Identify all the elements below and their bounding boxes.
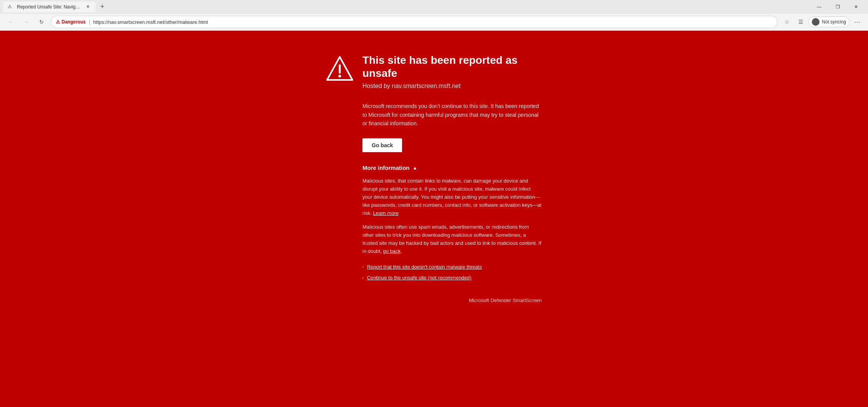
more-info-toggle[interactable]: More information ▲ <box>362 164 542 171</box>
tab-close-button[interactable]: ✕ <box>85 4 91 10</box>
more-info-chevron-icon: ▲ <box>413 165 417 171</box>
report-link[interactable]: Report that this site doesn't contain ma… <box>367 263 482 271</box>
go-back-inline-link[interactable]: go back <box>383 248 401 254</box>
new-tab-button[interactable]: + <box>97 2 108 12</box>
warning-header: This site has been reported as unsafe Ho… <box>326 54 542 90</box>
tab-title: Reported Unsafe Site: Navigati... <box>17 4 82 10</box>
tab-bar: ⚠ Reported Unsafe Site: Navigati... ✕ + … <box>0 0 868 14</box>
collections-button[interactable]: ☰ <box>795 16 807 28</box>
warning-text-block: This site has been reported as unsafe Ho… <box>362 54 542 90</box>
learn-more-link[interactable]: Learn more <box>373 210 398 216</box>
window-controls: — ❐ ✕ <box>810 2 865 12</box>
active-tab[interactable]: ⚠ Reported Unsafe Site: Navigati... ✕ <box>3 2 95 12</box>
profile-avatar <box>812 18 820 26</box>
refresh-button[interactable]: ↻ <box>35 16 48 28</box>
more-info-label: More information <box>362 164 410 171</box>
danger-triangle-icon: ⚠ <box>56 19 60 25</box>
close-button[interactable]: ✕ <box>847 2 865 12</box>
danger-indicator: ⚠ Dangerous <box>56 19 86 25</box>
forward-button: → <box>20 16 32 28</box>
warning-page: This site has been reported as unsafe Ho… <box>0 31 868 407</box>
navigation-bar: ← → ↻ ⚠ Dangerous | https://nav.smartscr… <box>0 14 868 30</box>
warning-body-text: Microsoft recommends you don't continue … <box>362 102 542 128</box>
danger-label: Dangerous <box>62 19 86 25</box>
warning-triangle-icon <box>326 55 353 84</box>
tab-favicon: ⚠ <box>8 4 14 10</box>
go-back-button-container: Go back <box>362 138 542 152</box>
warning-container: This site has been reported as unsafe Ho… <box>326 54 542 303</box>
para2-end: . <box>401 248 402 254</box>
defender-footer: Microsoft Defender SmartScreen <box>362 297 542 303</box>
continue-link[interactable]: Continue to the unsafe site (not recomme… <box>367 274 472 282</box>
more-info-body: Malicious sites, that contain links to m… <box>362 177 542 282</box>
action-chevron-1-icon: › <box>362 264 364 271</box>
action-chevron-2-icon: › <box>362 275 364 282</box>
back-button: ← <box>5 16 17 28</box>
profile-label: Not syncing <box>822 19 846 25</box>
warning-subtitle: Hosted by nav.smartscreen.msft.net <box>362 83 542 90</box>
action-link-item-1: › Report that this site doesn't contain … <box>362 263 542 271</box>
svg-point-2 <box>339 75 341 78</box>
browser-menu-button[interactable]: ⋯ <box>851 16 863 28</box>
profile-button[interactable]: Not syncing <box>808 17 850 27</box>
url-display: https://nav.smartscreen.msft.net/other/m… <box>93 19 208 25</box>
browser-chrome: ⚠ Reported Unsafe Site: Navigati... ✕ + … <box>0 0 868 31</box>
more-info-section: More information ▲ Malicious sites, that… <box>362 164 542 303</box>
more-info-para-1: Malicious sites, that contain links to m… <box>362 177 542 217</box>
action-links: › Report that this site doesn't contain … <box>362 263 542 282</box>
maximize-button[interactable]: ❐ <box>829 2 846 12</box>
address-separator: | <box>89 19 90 25</box>
nav-icons-right: ☆ ☰ Not syncing ⋯ <box>781 16 863 28</box>
warning-title: This site has been reported as unsafe <box>362 54 542 80</box>
go-back-button[interactable]: Go back <box>362 138 402 152</box>
favorites-button[interactable]: ☆ <box>781 16 793 28</box>
more-info-para-2: Malicious sites often use spam emails, a… <box>362 223 542 255</box>
minimize-button[interactable]: — <box>810 2 828 12</box>
address-bar[interactable]: ⚠ Dangerous | https://nav.smartscreen.ms… <box>51 16 778 28</box>
action-link-item-2: › Continue to the unsafe site (not recom… <box>362 274 542 282</box>
